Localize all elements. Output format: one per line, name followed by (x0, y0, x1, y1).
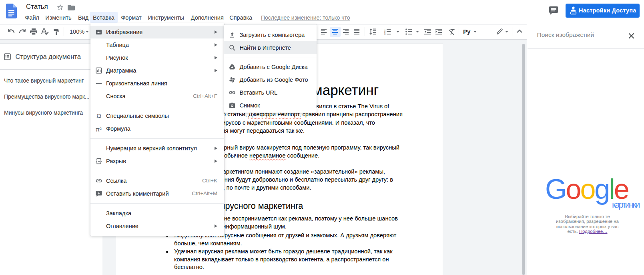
svg-text:3: 3 (384, 33, 385, 35)
